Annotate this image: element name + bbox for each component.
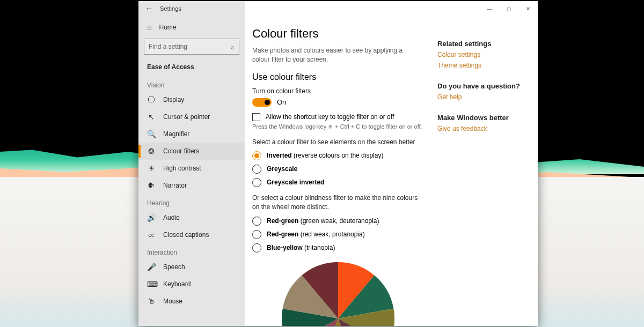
radio-icon: [252, 178, 261, 187]
keyboard-icon: ⌨: [147, 280, 156, 288]
sidebar-item-display[interactable]: 🖵Display: [138, 91, 245, 108]
sidebar-item-label: Narrator: [163, 182, 187, 189]
page-title: Colour filters: [252, 27, 423, 41]
filter-option[interactable]: Greyscale: [252, 165, 423, 174]
related-link[interactable]: Colour settings: [437, 51, 527, 58]
titlebar: ← Settings — ◻ ✕: [138, 1, 538, 16]
sidebar-item-cursor-pointer[interactable]: ↖Cursor & pointer: [138, 108, 245, 125]
shortcut-checkbox[interactable]: [252, 113, 260, 121]
radio-label: Blue-yellow (tritanopia): [267, 244, 335, 251]
sidebar-item-label: Magnifier: [163, 130, 189, 138]
magnifier-icon: 🔍: [147, 130, 156, 138]
page-description: Make photos and colours easier to see by…: [252, 46, 419, 65]
app-title: Settings: [160, 5, 181, 12]
sidebar-home[interactable]: ⌂ Home: [138, 18, 245, 36]
filters-icon: ❂: [147, 147, 156, 155]
question-heading: Do you have a question?: [437, 82, 527, 90]
radio-label: Red-green (red weak, protanopia): [267, 231, 365, 238]
sidebar-group-label: Interaction: [138, 243, 245, 258]
sidebar-home-label: Home: [159, 24, 176, 31]
radio-label: Inverted (reverse colours on the display…: [267, 152, 383, 159]
sidebar-item-label: Display: [163, 96, 184, 103]
mouse-icon: 🖱: [147, 297, 156, 306]
minimize-button[interactable]: —: [480, 1, 499, 16]
radio-icon: [252, 165, 261, 174]
feedback-heading: Make Windows better: [437, 114, 527, 122]
radio-icon: [252, 243, 261, 252]
sidebar-item-label: Closed captions: [163, 231, 209, 239]
shortcut-checkbox-label: Allow the shortcut key to toggle filter …: [266, 113, 394, 121]
cb-filter-option[interactable]: Blue-yellow (tritanopia): [252, 243, 423, 252]
sidebar-item-colour-filters[interactable]: ❂Colour filters: [138, 143, 245, 160]
related-link[interactable]: Get help: [437, 93, 527, 101]
sidebar: ⌂ Home Find a setting ⌕ Ease of Access V…: [138, 1, 245, 326]
windows-key-icon: ⊞: [328, 124, 333, 129]
audio-icon: 🔊: [147, 213, 156, 222]
search-input[interactable]: Find a setting ⌕: [144, 39, 239, 55]
settings-window: ← Settings — ◻ ✕ ⌂ Home Find a setting ⌕…: [138, 1, 538, 326]
maximize-button[interactable]: ◻: [499, 1, 518, 16]
section-heading: Use colour filters: [252, 72, 423, 82]
sidebar-item-magnifier[interactable]: 🔍Magnifier: [138, 125, 245, 143]
close-button[interactable]: ✕: [518, 1, 538, 16]
related-heading: Related settings: [437, 40, 527, 48]
radio-label: Red-green (green weak, deuteranopia): [267, 217, 379, 225]
toggle-label: Turn on colour filters: [252, 87, 423, 95]
sidebar-item-label: Mouse: [163, 298, 182, 305]
sidebar-item-label: High contrast: [163, 165, 201, 172]
sidebar-item-narrator[interactable]: 🗣Narrator: [138, 177, 245, 194]
radio-label: Greyscale inverted: [267, 179, 324, 186]
radio-icon: [252, 230, 261, 239]
search-placeholder: Find a setting: [149, 43, 187, 50]
contrast-icon: ☀: [147, 164, 156, 173]
cb-filter-option[interactable]: Red-green (green weak, deuteranopia): [252, 217, 423, 226]
sidebar-group-label: Hearing: [138, 194, 245, 209]
colour-filters-toggle[interactable]: [252, 98, 272, 107]
cb-filter-label: Or select a colour blindness filter to m…: [252, 194, 423, 212]
sidebar-item-label: Colour filters: [163, 147, 199, 155]
colour-wheel: [282, 262, 394, 326]
radio-icon: [252, 151, 261, 160]
sidebar-section-header: Ease of Access: [138, 60, 245, 76]
sidebar-item-audio[interactable]: 🔊Audio: [138, 209, 245, 226]
filter-option[interactable]: Greyscale inverted: [252, 178, 423, 187]
toggle-state: On: [277, 98, 286, 106]
radio-icon: [252, 217, 261, 226]
sidebar-item-mouse[interactable]: 🖱Mouse: [138, 293, 245, 310]
sidebar-item-label: Keyboard: [163, 280, 191, 288]
sidebar-item-closed-captions[interactable]: ㏄Closed captions: [138, 226, 245, 243]
back-button[interactable]: ←: [138, 1, 160, 16]
sidebar-item-label: Audio: [163, 214, 180, 221]
sidebar-item-high-contrast[interactable]: ☀High contrast: [138, 160, 245, 177]
sidebar-item-label: Speech: [163, 263, 185, 271]
home-icon: ⌂: [147, 23, 151, 32]
filter-select-label: Select a colour filter to see elements o…: [252, 138, 423, 146]
related-link[interactable]: Give us feedback: [437, 125, 527, 132]
captions-icon: ㏄: [147, 230, 156, 240]
cursor-icon: ↖: [147, 113, 156, 121]
speech-icon: 🎤: [147, 263, 156, 271]
cb-filter-option[interactable]: Red-green (red weak, protanopia): [252, 230, 423, 239]
sidebar-item-label: Cursor & pointer: [163, 113, 210, 121]
sidebar-item-keyboard[interactable]: ⌨Keyboard: [138, 276, 245, 293]
sidebar-group-label: Vision: [138, 76, 245, 91]
shortcut-hint: Press the Windows logo key ⊞ + Ctrl + C …: [252, 123, 423, 130]
narrator-icon: 🗣: [147, 181, 156, 190]
related-pane: Related settings Colour settingsTheme se…: [437, 16, 527, 326]
display-icon: 🖵: [147, 95, 156, 104]
radio-label: Greyscale: [267, 165, 297, 173]
search-icon: ⌕: [230, 43, 235, 51]
related-link[interactable]: Theme settings: [437, 62, 527, 69]
main-content: Colour filters Make photos and colours e…: [252, 16, 423, 326]
filter-option[interactable]: Inverted (reverse colours on the display…: [252, 151, 423, 160]
sidebar-item-speech[interactable]: 🎤Speech: [138, 258, 245, 276]
